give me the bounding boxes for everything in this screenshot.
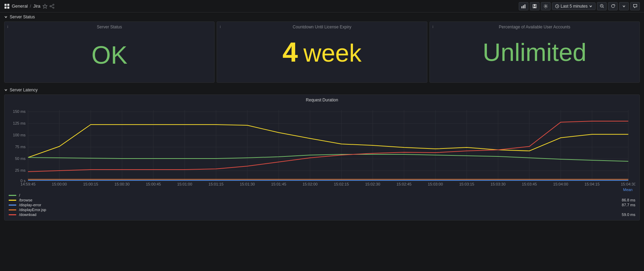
collapse-latency-icon	[4, 88, 8, 92]
license-expiry-panel: i Countdown Until License Expiry 4 week	[217, 21, 427, 83]
legend-mean-download: 59.0 ms	[622, 213, 635, 217]
svg-text:15:03:45: 15:03:45	[522, 182, 537, 186]
request-duration-chart: Request Duration .grid-line { stroke: #2…	[4, 94, 640, 220]
svg-line-22	[602, 7, 603, 8]
server-status-section-header[interactable]: Server Status	[0, 12, 644, 21]
svg-line-8	[51, 5, 53, 6]
time-range-label: Last 5 minutes	[561, 4, 588, 9]
svg-rect-2	[4, 7, 7, 9]
svg-text:15:02:45: 15:02:45	[397, 182, 411, 186]
svg-text:15:00:45: 15:00:45	[146, 182, 161, 186]
server-status-panel: i Server Status OK	[4, 21, 215, 83]
grid-icon	[4, 3, 10, 9]
svg-rect-10	[521, 6, 523, 8]
legend-item-browse: /browse 86.8 ms	[9, 198, 635, 202]
share-icon[interactable]	[49, 4, 54, 9]
chart-type-button[interactable]	[519, 2, 528, 10]
svg-text:15:03:15: 15:03:15	[459, 182, 474, 186]
collapse-icon	[4, 15, 8, 19]
svg-rect-15	[533, 6, 536, 8]
user-accounts-value: Unlimited	[483, 38, 587, 66]
clock-icon	[555, 4, 559, 8]
breadcrumb-separator: /	[30, 3, 31, 9]
comment-button[interactable]	[630, 2, 640, 10]
svg-point-16	[545, 5, 546, 7]
svg-text:15:03:00: 15:03:00	[428, 182, 443, 186]
chart-legend: / /browse 86.8 ms /display-error 87.7 ms	[4, 192, 640, 217]
svg-text:15:04:00: 15:04:00	[553, 182, 568, 186]
svg-rect-3	[7, 7, 9, 9]
legend-line-display-error	[9, 205, 16, 206]
svg-marker-4	[43, 4, 47, 8]
user-accounts-panel: i Percentage of Available User Accounts …	[429, 21, 640, 83]
time-range-button[interactable]: Last 5 minutes	[552, 2, 596, 10]
svg-rect-0	[4, 4, 7, 6]
nav-actions: Last 5 minutes	[519, 2, 640, 10]
legend-item-download: /download 59.0 ms	[9, 213, 635, 217]
root-line	[28, 154, 628, 161]
server-latency-section-header[interactable]: Server Latency	[0, 85, 644, 94]
svg-text:15:01:00: 15:01:00	[177, 182, 192, 186]
legend-item-root: /	[9, 193, 635, 197]
svg-point-7	[53, 7, 54, 8]
server-status-section-label: Server Status	[10, 15, 35, 19]
legend-mean-display-error: 87.7 ms	[622, 203, 635, 207]
zoom-out-button[interactable]	[597, 2, 607, 10]
svg-text:15:01:15: 15:01:15	[209, 182, 224, 186]
user-accounts-title: Percentage of Available User Accounts	[499, 25, 571, 29]
svg-point-5	[53, 4, 54, 5]
legend-label-display-error-jsp: /displayError.jsp	[19, 208, 46, 212]
server-status-value: OK	[91, 43, 127, 67]
legend-line-display-error-jsp	[9, 209, 16, 210]
license-expiry-num: 4	[282, 36, 298, 68]
browse-line	[28, 125, 628, 157]
mean-header: Mean	[623, 188, 633, 192]
breadcrumb-home[interactable]: General	[12, 3, 28, 9]
svg-text:15:00:00: 15:00:00	[52, 182, 67, 186]
svg-text:15:01:45: 15:01:45	[271, 182, 286, 186]
svg-line-9	[51, 6, 53, 7]
panel-info-icon[interactable]: i	[7, 25, 8, 29]
svg-text:15:01:30: 15:01:30	[240, 182, 255, 186]
svg-text:125 ms: 125 ms	[13, 121, 26, 125]
settings-button[interactable]	[541, 2, 551, 10]
svg-text:25 ms: 25 ms	[15, 168, 26, 172]
dropdown-button[interactable]	[619, 2, 629, 10]
license-expiry-value: 4 week	[282, 36, 362, 68]
legend-label-display-error: /display-error	[19, 203, 41, 207]
legend-label-download: /download	[19, 213, 36, 217]
svg-text:15:04:30: 15:04:30	[621, 182, 635, 186]
legend-line-download	[9, 214, 16, 215]
panel-info-icon-2[interactable]: i	[220, 25, 220, 29]
star-icon[interactable]	[43, 4, 47, 9]
chart-title: Request Duration	[4, 98, 640, 102]
svg-rect-1	[7, 4, 9, 6]
svg-text:15:00:15: 15:00:15	[83, 182, 98, 186]
breadcrumb-page[interactable]: Jira	[33, 3, 40, 9]
svg-rect-12	[525, 4, 526, 8]
save-button[interactable]	[530, 2, 539, 10]
status-panels-row: i Server Status OK i Countdown Until Lic…	[0, 21, 644, 85]
top-nav: General / Jira	[0, 0, 644, 12]
refresh-button[interactable]	[608, 2, 618, 10]
panel-info-icon-3[interactable]: i	[433, 25, 433, 29]
svg-text:15:03:30: 15:03:30	[490, 182, 505, 186]
svg-point-6	[50, 6, 51, 7]
svg-text:15:02:15: 15:02:15	[334, 182, 349, 186]
server-status-title: Server Status	[97, 25, 122, 29]
license-expiry-title: Countdown Until License Expiry	[293, 25, 351, 29]
svg-text:14:59:45: 14:59:45	[20, 182, 35, 186]
svg-text:15:02:00: 15:02:00	[302, 182, 317, 186]
breadcrumb: General / Jira	[4, 3, 54, 9]
server-latency-section-label: Server Latency	[10, 88, 38, 92]
svg-text:15:02:30: 15:02:30	[365, 182, 380, 186]
legend-item-display-error-jsp: /displayError.jsp	[9, 208, 635, 212]
chart-svg: .grid-line { stroke: #2c2e36; stroke-wid…	[9, 107, 635, 186]
legend-label-browse: /browse	[19, 198, 33, 202]
chevron-down-icon	[589, 4, 592, 8]
legend-label-root: /	[19, 193, 20, 197]
svg-line-19	[557, 6, 558, 7]
legend-line-browse	[9, 200, 16, 201]
license-expiry-unit: week	[303, 39, 362, 67]
svg-text:75 ms: 75 ms	[15, 145, 26, 149]
